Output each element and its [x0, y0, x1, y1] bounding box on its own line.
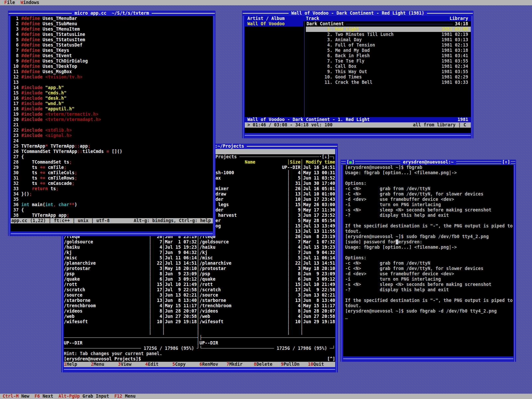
file-row[interactable]: /kj │ 7│Jun 9 04:32	[200, 250, 335, 255]
code-line[interactable]: 31 ts += cmTileRows;	[11, 176, 213, 181]
track-row[interactable]: 2. Two Minutes Till Lunch1981 02:19	[306, 32, 471, 37]
function-key-quit[interactable]: 10Quit	[308, 362, 335, 367]
code-line[interactable]: 3 #define Uses_TMenuItem	[11, 27, 213, 32]
file-row[interactable]: /starborne │ 13│Jun 8 13:40	[200, 298, 335, 303]
track-list[interactable]: Dark Continent 34:18 1. Red Light1981 03…	[306, 21, 471, 85]
file-row[interactable]: /source │ 3│Jun 13 02:21│	[64, 293, 200, 298]
code-line[interactable]: 2 #define Uses_TSubMenu	[11, 21, 213, 27]
code-line[interactable]: 21	[11, 122, 213, 128]
file-row[interactable]: harvest │ 3│Jun 17 23:52	[200, 213, 335, 218]
code-line[interactable]: 37 {	[11, 207, 213, 213]
artist-list[interactable]: Wall Of Voodoo	[245, 21, 303, 27]
function-key-edit[interactable]: 4Edit	[145, 362, 173, 367]
file-row[interactable]: /psp │ 8│Jun 9 23:09	[200, 271, 335, 277]
editor-text-area[interactable]: 1 #define Uses_TMenuBar 2 #define Uses_T…	[11, 16, 213, 218]
file-row[interactable]: /planarchive │ 22│Jul 13 14:51│	[64, 261, 200, 266]
track-row[interactable]: 11. Crack the Bell1981 03:33	[306, 80, 471, 85]
code-line[interactable]: 24	[11, 138, 213, 144]
file-row[interactable]: sh-1000 │ 4│May 13 00:31	[200, 170, 335, 176]
code-line[interactable]: 32 ts += cmCascade;	[11, 181, 213, 186]
code-line[interactable]: 15 #include "cmds.h"	[11, 90, 213, 96]
track-row[interactable]: 9. This Way Out1981 03:55	[306, 69, 471, 74]
file-row[interactable]: legs │ 15│May 26 03:00	[200, 202, 335, 207]
file-row[interactable]: /haiku │ 4│Jul 15 19:23	[200, 245, 335, 250]
code-line[interactable]: 8 #define Uses_TEvent	[11, 53, 213, 59]
statusbar-key[interactable]: F12	[114, 394, 122, 399]
file-row[interactable]: /rott │ 15│Jul 10 21:49│	[64, 282, 200, 287]
code-line[interactable]: 22 #include <stdlib.h>	[11, 128, 213, 133]
code-line[interactable]: 12 #include <tvision/tv.h>	[11, 74, 213, 80]
statusbar-key[interactable]: Ctrl-M	[3, 394, 19, 399]
code-line[interactable]: 35	[11, 197, 213, 202]
code-line[interactable]: 36 int main(int, char**)	[11, 202, 213, 207]
file-row[interactable]: UP--DIR│Jul 16 14:51	[200, 165, 335, 170]
file-row[interactable]: │ 31│Jun 30 17:40	[200, 181, 335, 186]
zoom-button[interactable]: [↑]	[501, 160, 511, 165]
file-row[interactable]: /trenchbroom │ 4│May 15 11:17	[200, 303, 335, 309]
file-row[interactable]: ax │ 5│Jun 11 03:52	[200, 176, 335, 181]
file-row[interactable]: /planarchive │ 22│Jul 13 14:51	[200, 261, 335, 266]
file-row[interactable]: /starborne │ 13│Jun 8 13:40│	[64, 298, 200, 303]
file-row[interactable]: /videos │ 8│Jun 28 20:07│	[64, 309, 200, 314]
track-row-selected[interactable]: 1. Red Light1981 03:08	[306, 27, 471, 32]
file-row[interactable]: /psp │ 8│Jun 9 23:09│	[64, 271, 200, 277]
file-row[interactable]: /misc │ 5│Jul 11 06:14│	[64, 255, 200, 261]
file-row[interactable]: /scratch │ 17│Jul 9 22:58	[200, 287, 335, 293]
code-line[interactable]: 14 #include "app.h"	[11, 85, 213, 90]
code-line[interactable]: 26 TCommandSet TVTermApp::tileCmds = [](…	[11, 149, 213, 154]
track-row[interactable]: 6. Back in Flesh1981 03:41	[306, 53, 471, 59]
file-row[interactable]: /source │ 3│Jun 13 02:21	[200, 293, 335, 298]
close-button[interactable]: [■]	[346, 160, 355, 165]
terminal-titlebar[interactable]: erysdren@nuevosol:~ [■] [↑]	[340, 160, 516, 165]
file-row[interactable]: /quake │ 6│Jun 3 09:12	[200, 277, 335, 282]
function-key-menu[interactable]: 2Menu	[91, 362, 118, 367]
file-row[interactable]: /wifesoft │ 10│Jun 29 19:18│	[64, 319, 200, 325]
statusbar-action[interactable]: Grab Input	[80, 394, 114, 399]
code-line[interactable]: 6 #define Uses_TStatusDef	[11, 43, 213, 48]
code-line[interactable]: 38 TVTermApp app;	[11, 213, 213, 218]
code-line[interactable]: 25 TVTermApp* TVTermApp::app;	[11, 144, 213, 149]
function-key-delete[interactable]: 8Delete	[254, 362, 281, 367]
file-row[interactable]: /videos │ 8│Jun 28 20:07	[200, 309, 335, 314]
track-row[interactable]: 5. Me and My Dad1981 03:18	[306, 48, 471, 53]
menu-item-windows[interactable]: Windows	[21, 0, 39, 5]
track-row[interactable]: 3. Animal Day1981 03:13	[306, 37, 471, 43]
track-row[interactable]: 8. Call Box1981 02:34	[306, 64, 471, 69]
file-row[interactable]: /goldsource │ 7│Mar 1 07:32	[200, 239, 335, 245]
file-row[interactable]: /quake │ 6│Jun 3 09:12│	[64, 277, 200, 282]
track-row[interactable]: 4. Full of Tension1981 02:13	[306, 43, 471, 48]
file-row[interactable]: /fteqw │ 26│Jun 8 23:19	[200, 234, 335, 239]
file-row[interactable]: /trenchbroom │ 4│May 15 11:17│	[64, 303, 200, 309]
code-line[interactable]: 28 TCommandSet ts;	[11, 160, 213, 165]
mc-right-panel[interactable]: ┌── ~/Projects ─────────────────────────…	[200, 154, 335, 351]
terminal-content[interactable]: [erysdren@nuevosol ~]$ fbgrabUsage: fbgr…	[343, 165, 513, 356]
file-row[interactable]: /misc │ 5│Jul 11 06:14	[200, 255, 335, 261]
editor-window[interactable]: micro app.cc ~/S/t/s/tvterm 1 #define Us…	[8, 11, 215, 236]
code-line[interactable]: 4 #define Uses_TStatusLine	[11, 32, 213, 37]
code-line[interactable]: 30 ts += cmTileCols;	[11, 170, 213, 176]
function-key-copy[interactable]: 5Copy	[172, 362, 200, 367]
function-key-help[interactable]: 1Help	[64, 362, 91, 367]
function-key-pulldn[interactable]: 9PullDn	[281, 362, 308, 367]
code-line[interactable]: 29 ts += cmTile;	[11, 165, 213, 170]
artist-row-selected[interactable]: Wall Of Voodoo	[245, 21, 303, 27]
code-line[interactable]: 20 #include <tvterm/vtermadapt.h>	[11, 117, 213, 122]
music-titlebar[interactable]: Wall of Voodoo - Dark Continent - Red Li…	[242, 11, 473, 16]
file-row[interactable]: der │ 9│May 17 11:30	[200, 207, 335, 213]
function-key-mkdir[interactable]: 7Mkdir	[227, 362, 254, 367]
music-player-window[interactable]: Wall of Voodoo - Dark Continent - Red Li…	[242, 11, 473, 138]
code-line[interactable]: 9 #define Uses_TChDirDialog	[11, 59, 213, 64]
mc-history-widget[interactable]: [^]	[327, 356, 335, 362]
code-line[interactable]: 13	[11, 80, 213, 85]
code-line[interactable]: 17 #include "wnd.h"	[11, 101, 213, 106]
file-row[interactable]: er │ 5│May 28 05:54	[200, 218, 335, 223]
track-row[interactable]: 7. Tse Tse Fly1981 03:55	[306, 59, 471, 64]
statusbar-key[interactable]: Alt-PgUp	[59, 394, 80, 399]
menu-item-file[interactable]: File	[4, 0, 15, 5]
statusbar-action[interactable]: Next	[40, 394, 59, 399]
function-key-view[interactable]: 3View	[118, 362, 145, 367]
editor-titlebar[interactable]: micro app.cc ~/S/t/s/tvterm	[8, 11, 215, 16]
file-row[interactable]: draw │ 13│Jul 10 01:00	[200, 192, 335, 197]
file-row[interactable]: /web │ 4│Jun 27 20:58	[200, 314, 335, 319]
code-line[interactable]: 33 return ts;	[11, 186, 213, 192]
